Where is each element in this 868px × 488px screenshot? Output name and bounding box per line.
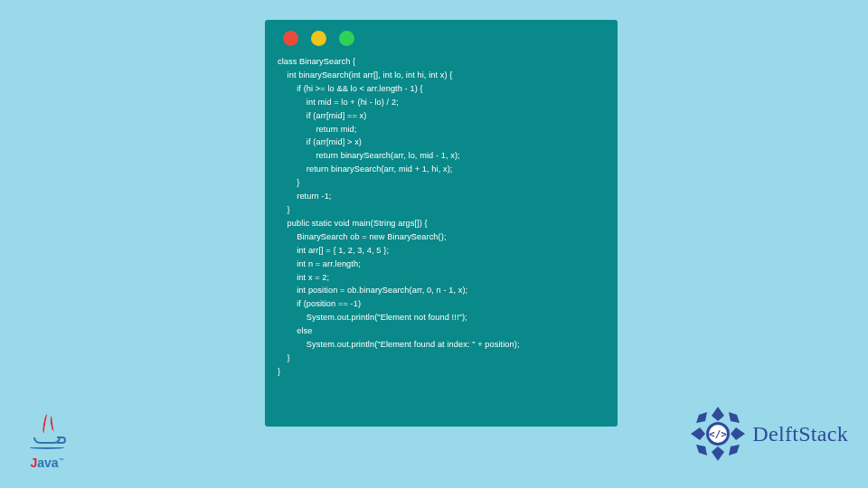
code-block: class BinarySearch { int binarySearch(in… <box>278 55 605 379</box>
delftstack-emblem-icon: </> <box>689 405 747 463</box>
java-logo: Java™ <box>24 418 71 470</box>
close-icon <box>283 31 298 46</box>
java-cup-icon <box>24 418 70 452</box>
delftstack-logo: </> DelftStack <box>689 405 848 463</box>
maximize-icon <box>339 31 354 46</box>
window-traffic-lights <box>278 31 605 46</box>
code-window: class BinarySearch { int binarySearch(in… <box>265 20 618 427</box>
delftstack-label: DelftStack <box>752 422 848 446</box>
java-label: Java™ <box>24 455 71 470</box>
svg-text:</>: </> <box>709 428 727 440</box>
minimize-icon <box>311 31 326 46</box>
